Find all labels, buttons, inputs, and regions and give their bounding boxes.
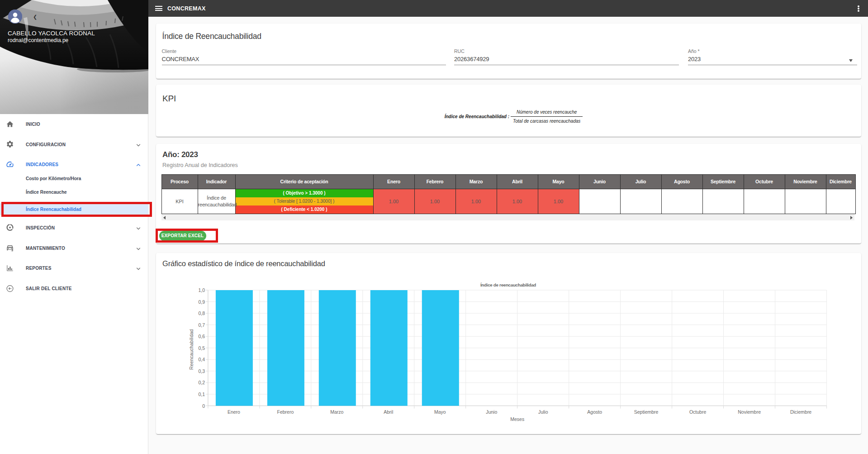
svg-text:0,1: 0,1: [198, 392, 205, 397]
svg-text:0,2: 0,2: [198, 380, 205, 385]
svg-text:0,7: 0,7: [198, 322, 205, 328]
svg-text:Marzo: Marzo: [330, 409, 343, 415]
svg-text:Meses: Meses: [510, 416, 524, 422]
svg-text:Abril: Abril: [384, 409, 393, 415]
svg-text:Índice de reencauchabilidad: Índice de reencauchabilidad: [480, 282, 536, 287]
svg-text:Octubre: Octubre: [689, 409, 707, 415]
svg-text:Septiembre: Septiembre: [634, 409, 659, 415]
svg-text:Mayo: Mayo: [434, 409, 446, 415]
svg-text:Agosto: Agosto: [587, 409, 602, 415]
svg-text:Reencauchabilidad: Reencauchabilidad: [189, 329, 194, 369]
svg-text:0,9: 0,9: [198, 299, 205, 305]
svg-text:0,3: 0,3: [198, 368, 205, 374]
svg-text:Julio: Julio: [538, 409, 548, 415]
svg-text:0,5: 0,5: [198, 345, 205, 351]
svg-text:Enero: Enero: [228, 409, 240, 415]
svg-text:Febrero: Febrero: [277, 409, 294, 415]
svg-text:1,0: 1,0: [198, 287, 205, 293]
svg-text:0,4: 0,4: [198, 357, 205, 362]
svg-text:Noviembre: Noviembre: [738, 409, 761, 415]
svg-text:0: 0: [202, 403, 205, 409]
svg-text:Diciembre: Diciembre: [790, 409, 811, 415]
svg-text:0,8: 0,8: [198, 311, 205, 316]
svg-text:0,6: 0,6: [198, 334, 205, 339]
svg-text:Junio: Junio: [486, 409, 497, 415]
